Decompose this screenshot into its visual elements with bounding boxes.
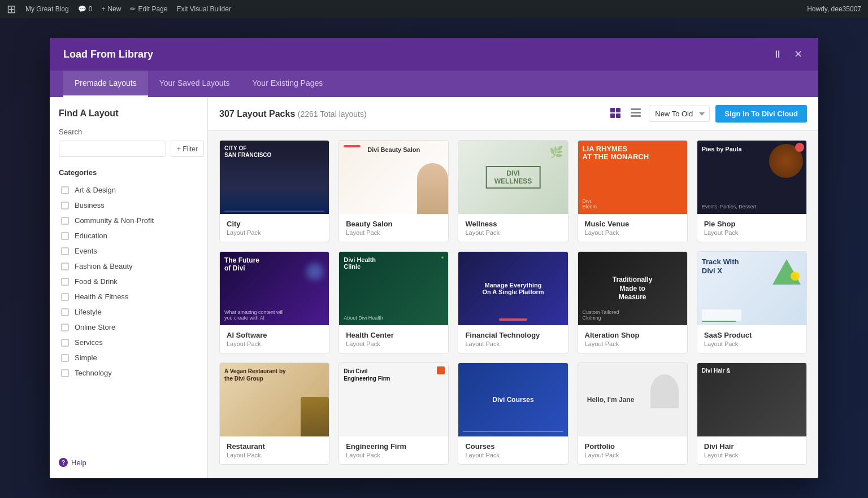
card-info-portfolio: Portfolio Layout Pack: [578, 436, 687, 464]
sign-in-divi-cloud-button[interactable]: Sign In To Divi Cloud: [715, 105, 807, 123]
category-checkbox-services[interactable]: [61, 339, 69, 347]
content-title-group: 307 Layout Packs (2261 Total layouts): [219, 109, 367, 119]
card-thumbnail-fintech: Manage EverythingOn A Single Platform: [458, 252, 567, 325]
category-fashion[interactable]: Fashion & Beauty: [59, 259, 198, 274]
category-checkbox-online[interactable]: [61, 324, 69, 331]
sidebar-title: Find A Layout: [59, 108, 198, 119]
category-checkbox-health[interactable]: [61, 293, 69, 301]
layout-card-pie-shop[interactable]: Pies by Paula Events, Parties, Dessert P…: [697, 140, 807, 242]
content-header: 307 Layout Packs (2261 Total layouts): [208, 97, 818, 131]
category-lifestyle[interactable]: Lifestyle: [59, 304, 198, 320]
category-simple[interactable]: Simple: [59, 350, 198, 365]
card-thumbnail-saas: Track WithDivi X: [697, 252, 806, 325]
filter-button[interactable]: + Filter: [171, 141, 204, 157]
card-name-city: City: [227, 220, 322, 228]
admin-bar-new[interactable]: + New: [101, 5, 121, 13]
card-name-music: Music Venue: [585, 220, 680, 228]
layout-card-beauty-salon[interactable]: Divi Beauty Salon Beauty Salon Layout Pa…: [338, 140, 449, 242]
layout-card-health-center[interactable]: Divi HealthClinic About Divi Health Heal…: [338, 251, 449, 353]
card-thumbnail-city: CITY OFSAN FRANCISCO: [220, 141, 329, 214]
category-checkbox-education[interactable]: [61, 232, 69, 240]
modal-header: Load From Library ⏸ ✕: [50, 38, 818, 71]
sidebar: Find A Layout Search + Filter Categories…: [50, 97, 208, 478]
grid-view-button[interactable]: [608, 106, 623, 123]
layout-card-portfolio[interactable]: Hello, I'm Jane Portfolio Layout Pack: [578, 362, 688, 465]
category-checkbox-fashion[interactable]: [61, 263, 69, 270]
card-name-ai: AI Software: [227, 331, 322, 339]
category-technology[interactable]: Technology: [59, 365, 198, 381]
card-thumbnail-portfolio: Hello, I'm Jane: [578, 363, 687, 436]
card-info-saas: SaaS Product Layout Pack: [697, 325, 806, 353]
layout-card-alteration[interactable]: Traditionally Made toMeasure Custom Tail…: [578, 251, 688, 353]
layout-card-engineering[interactable]: Divi CivilEngineering Firm Engineering F…: [338, 362, 449, 465]
svg-rect-2: [610, 113, 615, 118]
layout-card-fintech[interactable]: Manage EverythingOn A Single Platform Fi…: [458, 251, 568, 353]
card-thumbnail-alteration: Traditionally Made toMeasure Custom Tail…: [578, 252, 687, 325]
list-view-button[interactable]: [628, 106, 643, 123]
card-thumbnail-courses: Divi Courses: [458, 363, 567, 436]
card-type-health: Layout Pack: [346, 340, 441, 347]
category-checkbox-technology[interactable]: [61, 369, 69, 377]
card-name-beauty: Beauty Salon: [346, 220, 441, 228]
category-checkbox-business[interactable]: [61, 202, 69, 209]
category-business[interactable]: Business: [59, 198, 198, 213]
tab-saved-layouts[interactable]: Your Saved Layouts: [148, 71, 241, 97]
tab-premade-layouts[interactable]: Premade Layouts: [63, 71, 148, 97]
admin-bar-comments[interactable]: 💬 0: [78, 5, 93, 13]
category-food[interactable]: Food & Drink: [59, 274, 198, 289]
layout-card-wellness[interactable]: DIVI WELLNESS 🌿 Wellness Layout Pack: [458, 140, 568, 242]
card-thumbnail-health: Divi HealthClinic About Divi Health: [339, 252, 448, 325]
admin-bar-edit-page[interactable]: ✏ Edit Page: [130, 5, 167, 13]
category-checkbox-art[interactable]: [61, 186, 69, 194]
layout-card-music-venue[interactable]: LIA RHYMESAT THE MONARCH DiviBloom Music…: [578, 140, 688, 242]
card-name-pie: Pie Shop: [704, 220, 800, 228]
card-thumbnail-engineering: Divi CivilEngineering Firm: [339, 363, 448, 436]
layout-card-saas[interactable]: Track WithDivi X: [697, 251, 807, 353]
layout-card-restaurant[interactable]: A Vegan Restaurant bythe Divi Group Rest…: [219, 362, 329, 465]
card-type-music: Layout Pack: [585, 229, 680, 236]
card-name-restaurant: Restaurant: [227, 442, 322, 451]
modal-tabs: Premade Layouts Your Saved Layouts Your …: [50, 71, 818, 97]
category-online-store[interactable]: Online Store: [59, 320, 198, 335]
main-content: 307 Layout Packs (2261 Total layouts): [208, 97, 818, 478]
grid-view-icon: [610, 108, 620, 118]
content-header-right: New To Old Old To New A to Z Z to A Sign…: [608, 105, 807, 123]
card-thumbnail-wellness: DIVI WELLNESS 🌿: [458, 141, 567, 214]
modal-body: Find A Layout Search + Filter Categories…: [50, 97, 818, 478]
card-info-fintech: Financial Technology Layout Pack: [458, 325, 567, 353]
card-info-courses: Courses Layout Pack: [458, 436, 567, 464]
layout-card-courses[interactable]: Divi Courses Courses Layout Pack: [458, 362, 568, 465]
category-community[interactable]: Community & Non-Profit: [59, 213, 198, 228]
category-services[interactable]: Services: [59, 335, 198, 350]
category-checkbox-simple[interactable]: [61, 354, 69, 362]
layout-card-ai[interactable]: The Futureof Divi What amazing content w…: [219, 251, 329, 353]
sort-select[interactable]: New To Old Old To New A to Z Z to A: [649, 106, 710, 122]
card-info-engineering: Engineering Firm Layout Pack: [339, 436, 448, 464]
admin-bar-exit[interactable]: Exit Visual Builder: [176, 5, 231, 13]
layout-grid-scroll[interactable]: CITY OFSAN FRANCISCO City Layout Pack: [208, 131, 818, 478]
modal-close-button[interactable]: ✕: [792, 46, 805, 63]
category-checkbox-lifestyle[interactable]: [61, 308, 69, 316]
layout-card-hair[interactable]: Divi Hair & Divi Hair Layout Pack: [697, 362, 807, 465]
layout-card-city[interactable]: CITY OFSAN FRANCISCO City Layout Pack: [219, 140, 329, 242]
card-info-pie: Pie Shop Layout Pack: [697, 214, 806, 242]
card-info-music: Music Venue Layout Pack: [578, 214, 687, 242]
category-checkbox-community[interactable]: [61, 217, 69, 225]
search-input[interactable]: [59, 141, 166, 157]
category-events[interactable]: Events: [59, 243, 198, 259]
card-name-saas: SaaS Product: [704, 331, 800, 339]
tab-existing-pages[interactable]: Your Existing Pages: [241, 71, 335, 97]
card-thumbnail-beauty: Divi Beauty Salon: [339, 141, 448, 214]
category-checkbox-food[interactable]: [61, 278, 69, 286]
help-icon: ?: [59, 458, 68, 467]
category-education[interactable]: Education: [59, 228, 198, 243]
category-checkbox-events[interactable]: [61, 247, 69, 255]
modal-pause-button[interactable]: ⏸: [770, 46, 785, 63]
admin-bar-site-name[interactable]: My Great Blog: [25, 5, 69, 13]
svg-rect-5: [631, 112, 641, 113]
svg-rect-3: [616, 113, 620, 118]
category-art[interactable]: Art & Design: [59, 182, 198, 198]
help-link[interactable]: ? Help: [59, 447, 198, 467]
category-health[interactable]: Health & Fitness: [59, 289, 198, 304]
card-name-hair: Divi Hair: [704, 442, 800, 451]
